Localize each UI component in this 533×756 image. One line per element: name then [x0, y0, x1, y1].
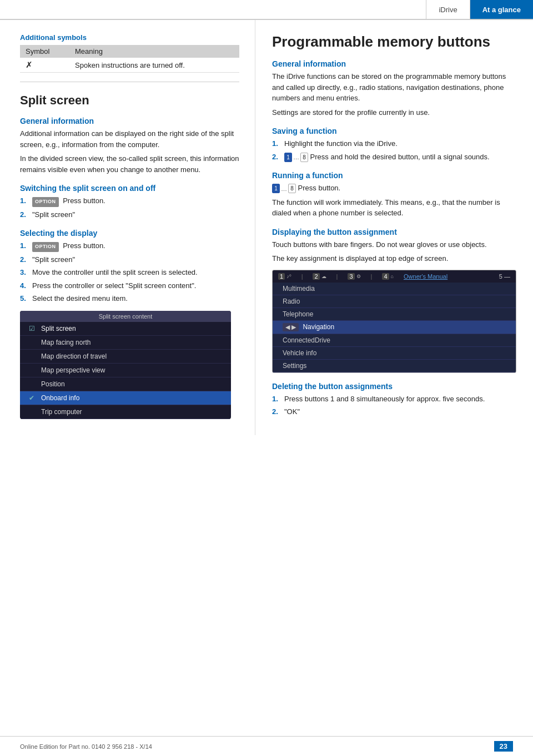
ba-item-3: 3 ⚙ — [348, 273, 360, 280]
list-item: 1. OPTION Press button. — [20, 240, 239, 252]
list-item: Trip computer — [20, 405, 231, 419]
split-general-para-2: In the divided screen view, the so-calle… — [20, 153, 239, 175]
list-item: Vehicle info — [273, 347, 516, 360]
split-general-info-heading: General information — [20, 117, 239, 125]
split-general-para-1: Additional information can be displayed … — [20, 128, 239, 150]
symbols-table: Symbol Meaning ✗ Spoken instructions are… — [20, 45, 239, 73]
list-item: 4. Press the controller or select "Split… — [20, 280, 239, 291]
button-assignment-display: 1 ♪⁰ | 2 ☁ | 3 ⚙ | 4 ⌂ O — [272, 270, 516, 373]
running-heading: Running a function — [272, 171, 516, 180]
deleting-steps: 1. Press buttons 1 and 8 simultaneously … — [272, 394, 516, 417]
page-header: iDrive At a glance — [0, 0, 533, 20]
deleting-heading: Deleting the button assignments — [272, 382, 516, 391]
header-tabs: iDrive At a glance — [426, 0, 533, 19]
list-item: Map perspective view — [20, 364, 231, 377]
prog-general-heading: General information — [272, 59, 516, 68]
prog-general-para-1: The iDrive functions can be stored on th… — [272, 71, 516, 104]
split-screen-preview: Split screen content ☑ Split screen Map … — [20, 311, 231, 419]
displaying-para-1: Touch buttons with bare fingers. Do not … — [272, 239, 516, 250]
list-item: 2. 1 … 8 Press and hold the desired butt… — [272, 152, 516, 163]
checkmark-icon: ☑ — [29, 325, 37, 332]
list-item: Map facing north — [20, 336, 231, 350]
list-item: 5. Select the desired menu item. — [20, 293, 239, 304]
selecting-heading: Selecting the display — [20, 229, 239, 238]
ba-five-num: 5 — — [499, 273, 510, 280]
right-column: Programmable memory buttons General info… — [255, 20, 533, 435]
list-item: Position — [20, 377, 231, 391]
ss-title-bar: Split screen content — [20, 311, 231, 322]
symbol-col-header: Symbol — [20, 45, 69, 58]
displaying-para-2: The key assignment is displayed at top e… — [272, 253, 516, 264]
symbol-cell: ✗ — [20, 58, 69, 73]
selecting-steps: 1. OPTION Press button. 2. "Split screen… — [20, 240, 239, 304]
switching-steps: 1. OPTION Press button. 2. "Split screen… — [20, 195, 239, 220]
table-row: ✗ Spoken instructions are turned off. — [20, 58, 239, 73]
header-idrive-tab: iDrive — [426, 0, 469, 19]
option-btn-2: OPTION — [32, 242, 59, 252]
saving-heading: Saving a function — [272, 127, 516, 135]
list-item: 1. Highlight the function via the iDrive… — [272, 138, 516, 149]
prog-general-para-2: Settings are stored for the profile curr… — [272, 107, 516, 118]
additional-symbols-title: Additional symbols — [20, 33, 239, 42]
list-item: Settings — [273, 360, 516, 372]
ss-menu-rows: ☑ Split screen Map facing north Map dire… — [20, 322, 231, 419]
ba-menu-list: Multimedia Radio Telephone ◀ ▶ Navigatio… — [273, 283, 516, 372]
list-item: ☑ Split screen — [20, 322, 231, 336]
button-range-icon: 1 … 8 — [284, 153, 308, 162]
at-a-glance-label: At a glance — [482, 6, 521, 14]
owners-manual-link: Owner's Manual — [404, 273, 447, 280]
list-item: 2. "OK" — [272, 406, 516, 417]
list-item: Telephone — [273, 308, 516, 321]
list-item: ✔ Onboard info — [20, 391, 231, 405]
list-item: Radio — [273, 295, 516, 308]
list-item: ◀ ▶ Navigation — [273, 321, 516, 334]
ba-topbar: 1 ♪⁰ | 2 ☁ | 3 ⚙ | 4 ⌂ O — [273, 270, 516, 283]
list-item: 1. OPTION Press button. — [20, 195, 239, 207]
button-range-icon: 1 … 8 — [272, 184, 296, 193]
saving-steps: 1. Highlight the function via the iDrive… — [272, 138, 516, 162]
displaying-heading: Displaying the button assignment — [272, 228, 516, 236]
list-item: 2. "Split screen" — [20, 209, 239, 220]
left-column: Additional symbols Symbol Meaning ✗ Spok… — [0, 20, 255, 435]
list-item: 2. "Split screen" — [20, 254, 239, 265]
list-item: Multimedia — [273, 283, 516, 295]
list-item: 1. Press buttons 1 and 8 simultaneously … — [272, 394, 516, 405]
list-item: Map direction of travel — [20, 350, 231, 364]
page-footer: Online Edition for Part no. 0140 2 956 2… — [0, 736, 533, 756]
additional-symbols-section: Additional symbols Symbol Meaning ✗ Spok… — [20, 33, 239, 73]
page-number: 23 — [494, 741, 513, 752]
meaning-cell: Spoken instructions are turned off. — [69, 58, 239, 73]
checkmark-icon: ✔ — [29, 394, 37, 402]
footer-text: Online Edition for Part no. 0140 2 956 2… — [20, 743, 152, 750]
option-btn-1: OPTION — [32, 197, 59, 207]
list-item: 3. Move the controller until the split s… — [20, 267, 239, 278]
ba-item-1: 1 ♪⁰ — [278, 273, 291, 280]
meaning-col-header: Meaning — [69, 45, 239, 58]
header-at-a-glance-tab[interactable]: At a glance — [470, 0, 533, 19]
list-item: ConnectedDrive — [273, 334, 516, 347]
ba-nav-arrows: ◀ ▶ — [283, 323, 299, 331]
running-text-2: The function will work immediately. This… — [272, 197, 516, 219]
idrive-label: iDrive — [439, 6, 457, 14]
switching-heading: Switching the split screen on and off — [20, 184, 239, 193]
running-text: 1 … 8 Press button. — [272, 183, 516, 194]
ba-item-2: 2 ☁ — [313, 273, 326, 280]
main-content: Additional symbols Symbol Meaning ✗ Spok… — [0, 20, 533, 435]
prog-memory-title: Programmable memory buttons — [272, 33, 516, 51]
split-screen-title: Split screen — [20, 93, 239, 108]
ba-item-4: 4 ⌂ — [382, 273, 394, 280]
